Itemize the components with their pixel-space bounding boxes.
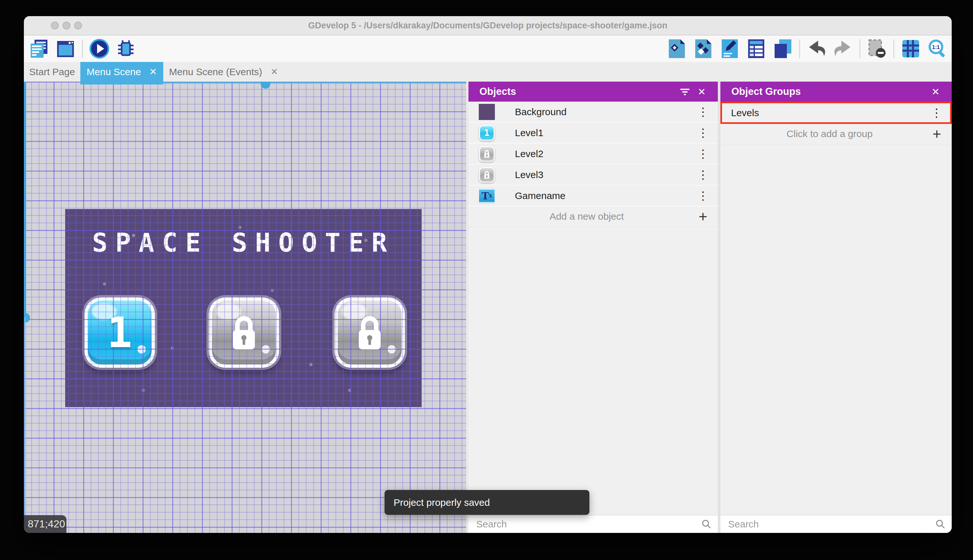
level1-digit: 1	[107, 308, 132, 357]
tab-menu-scene[interactable]: Menu Scene ✕	[80, 62, 163, 82]
cursor-coordinates: 871;420	[24, 515, 67, 533]
plus-icon[interactable]: +	[930, 127, 943, 141]
active-tab-indicator	[80, 82, 163, 85]
horizontal-scroll-thumb[interactable]	[261, 82, 270, 89]
undo-icon[interactable]	[806, 39, 826, 59]
scene-background-object[interactable]: SPACE SHOOTER 1	[65, 209, 422, 407]
plus-icon[interactable]: +	[696, 209, 710, 224]
zoom-one-to-one-icon[interactable]: 1:1	[927, 39, 947, 59]
search-icon	[935, 519, 946, 530]
scene-stars	[65, 209, 67, 210]
object-name: Level1	[515, 127, 696, 138]
lock-sprite-icon	[479, 167, 495, 183]
layers-editor-icon[interactable]	[773, 39, 793, 59]
toolbar-separator	[860, 39, 860, 58]
scene-editor-canvas[interactable]: SPACE SHOOTER 1	[24, 82, 466, 533]
groups-search-input[interactable]	[728, 518, 935, 530]
object-row-level2[interactable]: Level2 ⋮	[468, 143, 718, 165]
objects-panel-title: Objects	[480, 86, 676, 97]
object-groups-panel-header: Object Groups ✕	[720, 82, 952, 102]
grid-icon[interactable]	[901, 39, 921, 59]
add-group-row[interactable]: Click to add a group +	[720, 124, 952, 145]
canvas-scrollbar-strip	[466, 82, 468, 533]
search-icon	[701, 519, 712, 530]
toolbar-right-group: 1:1	[667, 35, 947, 62]
toolbar-separator	[893, 39, 894, 58]
object-row-level3[interactable]: Level3 ⋮	[468, 165, 718, 185]
object-name: Level2	[515, 148, 696, 159]
toolbar-left-group	[29, 35, 136, 62]
object-menu-icon[interactable]: ⋮	[696, 127, 710, 139]
toggle-instances-mask-icon[interactable]	[867, 39, 887, 59]
close-panel-icon[interactable]: ✕	[927, 83, 944, 100]
object-groups-editor-icon[interactable]	[693, 39, 713, 59]
object-name: Level3	[515, 169, 696, 180]
object-groups-panel-title: Object Groups	[731, 86, 927, 97]
instances-list-icon[interactable]	[746, 39, 766, 59]
close-tab-icon[interactable]: ✕	[149, 67, 157, 77]
group-menu-icon[interactable]: ⋮	[930, 107, 943, 119]
objects-panel-header: Objects ✕	[468, 82, 718, 102]
object-menu-icon[interactable]: ⋮	[696, 190, 710, 202]
window-title: GDevelop 5 - /Users/dkarakay/Documents/G…	[24, 21, 952, 31]
filter-icon[interactable]	[676, 83, 693, 100]
panel-divider[interactable]	[718, 82, 720, 533]
toolbar-separator	[82, 39, 83, 58]
objects-search-input[interactable]	[475, 518, 701, 530]
groups-search-bar	[720, 515, 952, 533]
add-object-label: Add a new object	[477, 211, 696, 222]
object-row-level1[interactable]: 1 Level1 ⋮	[468, 123, 718, 143]
tab-start-page[interactable]: Start Page	[24, 62, 80, 82]
object-menu-icon[interactable]: ⋮	[696, 169, 710, 181]
play-preview-icon[interactable]	[89, 39, 109, 59]
close-tab-icon[interactable]: ✕	[271, 67, 278, 77]
properties-icon[interactable]	[720, 39, 740, 59]
debug-icon[interactable]	[116, 39, 136, 59]
tab-label: Menu Scene (Events)	[169, 67, 262, 77]
object-name: Gamename	[515, 190, 696, 201]
zoom-ratio-label: 1:1	[932, 44, 940, 50]
redo-icon[interactable]	[833, 39, 853, 59]
lock-icon	[227, 312, 261, 353]
editor-content: SPACE SHOOTER 1	[24, 82, 952, 533]
group-name: Levels	[731, 107, 930, 118]
tab-menu-scene-events[interactable]: Menu Scene (Events) ✕	[163, 62, 284, 82]
tab-bar: Start Page Menu Scene ✕ Menu Scene (Even…	[24, 62, 952, 82]
tab-label: Menu Scene	[87, 67, 141, 77]
horizontal-scrollbar[interactable]	[163, 82, 466, 83]
save-toast: Project properly saved	[385, 490, 590, 515]
group-row-levels[interactable]: Levels ⋮	[720, 102, 952, 124]
lock-icon	[353, 312, 387, 353]
level3-button-object[interactable]	[335, 297, 405, 368]
color-swatch-icon	[479, 104, 495, 120]
vertical-scrollbar[interactable]	[24, 82, 26, 318]
add-group-label: Click to add a group	[729, 128, 930, 139]
level1-button-object[interactable]: 1	[85, 297, 155, 368]
titlebar: GDevelop 5 - /Users/dkarakay/Documents/G…	[24, 16, 952, 35]
toolbar: 1:1	[24, 35, 952, 62]
object-menu-icon[interactable]: ⋮	[696, 148, 710, 160]
objects-panel: Objects ✕ Background ⋮ 1	[468, 82, 718, 533]
objects-editor-icon[interactable]	[667, 39, 687, 59]
tab-label: Start Page	[29, 67, 75, 77]
scene-title-text-object[interactable]: SPACE SHOOTER	[65, 228, 422, 258]
object-row-background[interactable]: Background ⋮	[468, 102, 718, 123]
project-manager-icon[interactable]	[29, 39, 49, 59]
desktop-background: GDevelop 5 - /Users/dkarakay/Documents/G…	[0, 0, 973, 560]
groups-list: Levels ⋮ Click to add a group +	[720, 102, 952, 145]
lock-sprite-icon	[479, 146, 495, 162]
toolbar-separator	[799, 39, 800, 58]
object-name: Background	[515, 107, 696, 117]
objects-list: Background ⋮ 1 Level1 ⋮ Level2 ⋮	[468, 102, 718, 227]
object-row-gamename[interactable]: Tx Gamename ⋮	[468, 185, 718, 207]
object-menu-icon[interactable]: ⋮	[696, 106, 710, 118]
preview-window-icon[interactable]	[55, 39, 75, 59]
text-object-icon: Tx	[479, 188, 495, 203]
close-panel-icon[interactable]: ✕	[693, 83, 710, 100]
objects-search-bar	[468, 515, 718, 533]
object-groups-panel: Object Groups ✕ Levels ⋮ Click to add a …	[720, 82, 952, 533]
gdevelop-window: GDevelop 5 - /Users/dkarakay/Documents/G…	[24, 16, 952, 533]
vertical-scroll-track	[24, 318, 26, 533]
add-object-row[interactable]: Add a new object +	[468, 207, 718, 227]
level2-button-object[interactable]	[209, 297, 279, 368]
